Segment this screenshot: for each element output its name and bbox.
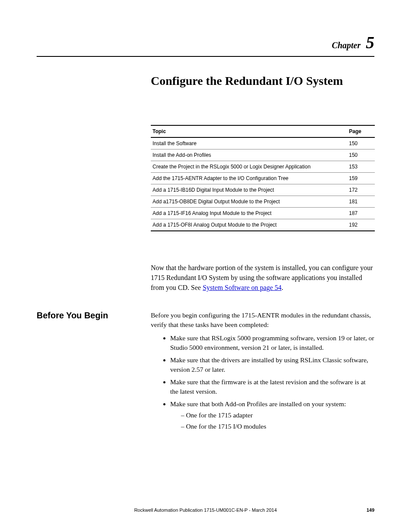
section-body: Before you begin configuring the 1715-AE… xyxy=(151,311,375,434)
topic-cell: Add a 1715-IB16D Digital Input Module to… xyxy=(151,184,345,196)
table-row: Add the 1715-AENTR Adapter to the I/O Co… xyxy=(151,173,375,184)
sub-list-item: One for the 1715 I/O modules xyxy=(181,422,375,431)
system-software-link[interactable]: System Software on page 54 xyxy=(202,284,281,291)
table-row: Add a 1715-IB16D Digital Input Module to… xyxy=(151,184,375,196)
table-row: Install the Software150 xyxy=(151,137,375,149)
topic-cell: Install the Add-on Profiles xyxy=(151,149,345,161)
topic-cell: Create the Project in the RSLogix 5000 o… xyxy=(151,161,345,173)
page-cell: 192 xyxy=(345,219,375,231)
page-cell: 153 xyxy=(345,161,375,173)
page-title: Configure the Redundant I/O System xyxy=(151,74,343,88)
list-item: Make sure that RSLogix 5000 programming … xyxy=(170,333,375,353)
intro-paragraph: Now that the hardware portion of the sys… xyxy=(151,263,375,293)
intro-text-after: . xyxy=(282,284,283,291)
table-row: Create the Project in the RSLogix 5000 o… xyxy=(151,161,375,173)
task-list: Make sure that RSLogix 5000 programming … xyxy=(151,333,375,431)
topics-table: Topic Page Install the Software150 Insta… xyxy=(151,125,375,231)
chapter-header: Chapter 5 xyxy=(37,32,374,57)
topic-cell: Add a1715-OB8DE Digital Output Module to… xyxy=(151,196,345,208)
page-cell: 159 xyxy=(345,173,375,184)
page-footer: Rockwell Automation Publication 1715-UM0… xyxy=(37,507,374,513)
table-row: Add a 1715-OF8I Analog Output Module to … xyxy=(151,219,375,231)
sub-list-item: One for the 1715 adapter xyxy=(181,411,375,420)
topic-cell: Add the 1715-AENTR Adapter to the I/O Co… xyxy=(151,173,345,184)
list-item-text: Make sure that both Add-on Profiles are … xyxy=(170,400,346,408)
section-lead: Before you begin configuring the 1715-AE… xyxy=(151,311,375,330)
table-row: Install the Add-on Profiles150 xyxy=(151,149,375,161)
list-item: Make sure that the drivers are installed… xyxy=(170,355,375,375)
chapter-number: 5 xyxy=(366,33,374,52)
before-you-begin-heading: Before You Begin xyxy=(37,311,108,320)
topic-cell: Add a 1715-IF16 Analog Input Module to t… xyxy=(151,208,345,219)
page-cell: 150 xyxy=(345,149,375,161)
table-row: Add a 1715-IF16 Analog Input Module to t… xyxy=(151,208,375,219)
publication-info: Rockwell Automation Publication 1715-UM0… xyxy=(37,507,374,513)
page-number: 149 xyxy=(367,507,374,513)
page-cell: 181 xyxy=(345,196,375,208)
sub-list: One for the 1715 adapter One for the 171… xyxy=(170,411,375,431)
list-item: Make sure that the firmware is at the la… xyxy=(170,377,375,397)
topic-cell: Install the Software xyxy=(151,137,345,149)
chapter-label: Chapter xyxy=(332,40,361,50)
list-item: Make sure that both Add-on Profiles are … xyxy=(170,399,375,431)
topic-cell: Add a 1715-OF8I Analog Output Module to … xyxy=(151,219,345,231)
col-topic: Topic xyxy=(151,125,345,137)
page-cell: 187 xyxy=(345,208,375,219)
table-row: Add a1715-OB8DE Digital Output Module to… xyxy=(151,196,375,208)
page-cell: 150 xyxy=(345,137,375,149)
page-cell: 172 xyxy=(345,184,375,196)
col-page: Page xyxy=(345,125,375,137)
